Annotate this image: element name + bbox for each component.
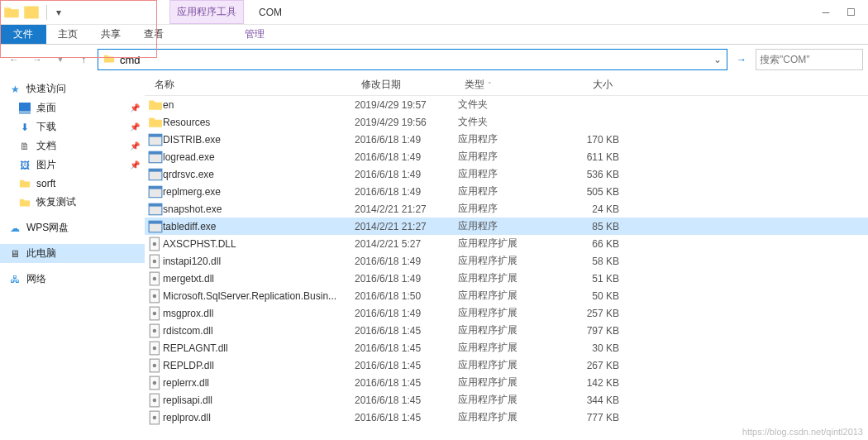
sidebar-recovery[interactable]: 恢复测试 (0, 193, 145, 212)
file-type: 应用程序扩展 (458, 254, 553, 268)
file-row[interactable]: AXSCPHST.DLL2014/2/21 5:27应用程序扩展66 KB (145, 235, 868, 252)
svg-rect-10 (149, 186, 162, 189)
file-row[interactable]: logread.exe2016/6/18 1:49应用程序611 KB (145, 148, 868, 165)
pin-icon: 📌 (130, 103, 140, 112)
share-tab[interactable]: 共享 (89, 25, 132, 44)
col-name[interactable]: 名称 (148, 78, 355, 92)
file-row[interactable]: replmerg.exe2016/6/18 1:49应用程序505 KB (145, 183, 868, 200)
file-row[interactable]: rdistcom.dll2016/6/18 1:45应用程序扩展797 KB (145, 322, 868, 339)
view-tab[interactable]: 查看 (132, 25, 175, 44)
download-icon: ⬇ (18, 121, 31, 134)
file-row[interactable]: replerrx.dll2016/6/18 1:45应用程序扩展142 KB (145, 374, 868, 391)
file-row[interactable]: instapi120.dll2016/6/18 1:49应用程序扩展58 KB (145, 252, 868, 270)
file-row[interactable]: DISTRIB.exe2016/6/18 1:49应用程序170 KB (145, 131, 868, 148)
file-size: 257 KB (553, 308, 619, 319)
ribbon-tools-tab[interactable]: 应用程序工具 (169, 0, 244, 24)
address-dropdown-icon[interactable]: ⌄ (713, 54, 722, 65)
app-icon (23, 4, 40, 21)
file-name: qrdrsvc.exe (163, 169, 355, 180)
dll-icon (148, 323, 163, 338)
back-button[interactable]: ← (5, 50, 23, 69)
file-name: mergetxt.dll (163, 273, 355, 285)
file-type: 应用程序 (458, 167, 553, 181)
file-row[interactable]: qrdrsvc.exe2016/6/18 1:49应用程序536 KB (145, 165, 868, 183)
up-button[interactable]: ↑ (74, 50, 93, 69)
dll-icon (148, 410, 163, 425)
file-date: 2016/6/18 1:49 (355, 186, 458, 198)
svg-rect-12 (149, 203, 162, 206)
file-size: 505 KB (553, 186, 619, 198)
file-type: 文件夹 (458, 115, 553, 129)
file-date: 2019/4/29 19:57 (355, 99, 458, 111)
file-row[interactable]: Microsoft.SqlServer.Replication.Busin...… (145, 287, 868, 304)
home-tab[interactable]: 主页 (46, 25, 89, 44)
file-size: 344 KB (553, 395, 619, 406)
svg-point-24 (153, 311, 157, 315)
file-row[interactable]: Resources2019/4/29 19:56文件夹 (145, 113, 868, 131)
col-type[interactable]: 类型˄ (458, 78, 553, 92)
file-size: 66 KB (553, 238, 619, 250)
file-row[interactable]: snapshot.exe2014/2/21 21:27应用程序24 KB (145, 200, 868, 218)
file-row[interactable]: REPLDP.dll2016/6/18 1:45应用程序扩展267 KB (145, 356, 868, 374)
file-date: 2014/2/21 21:27 (355, 221, 458, 232)
file-size: 611 KB (553, 151, 619, 163)
file-tab[interactable]: 文件 (0, 25, 46, 44)
sidebar-sorft[interactable]: sorft (0, 175, 145, 193)
file-date: 2016/6/18 1:49 (355, 256, 458, 267)
file-row[interactable]: replisapi.dll2016/6/18 1:45应用程序扩展344 KB (145, 391, 868, 409)
dll-icon (148, 341, 163, 356)
file-type: 应用程序扩展 (458, 323, 553, 337)
sidebar-downloads[interactable]: ⬇ 下载📌 (0, 117, 145, 136)
search-box[interactable]: 搜索"COM" (756, 49, 863, 70)
exe-icon (148, 219, 163, 234)
file-type: 应用程序扩展 (458, 271, 553, 285)
file-name: tablediff.exe (163, 221, 355, 232)
sidebar-quick-access[interactable]: ★ 快速访问 (0, 79, 145, 98)
file-name: en (163, 99, 355, 111)
file-name: replisapi.dll (163, 395, 355, 406)
file-row[interactable]: msgprox.dll2016/6/18 1:49应用程序扩展257 KB (145, 304, 868, 322)
dll-icon (148, 254, 163, 269)
pin-icon: 📌 (130, 122, 140, 132)
dropdown-icon[interactable]: ▾ (50, 4, 67, 21)
sidebar-documents[interactable]: 🗎 文档📌 (0, 136, 145, 155)
svg-rect-4 (149, 134, 162, 136)
sidebar-network[interactable]: 🖧 网络 (0, 270, 145, 289)
maximize-button[interactable]: ☐ (838, 3, 863, 22)
file-size: 170 KB (553, 134, 619, 146)
forward-button[interactable]: → (28, 50, 46, 69)
dll-icon (148, 393, 163, 408)
col-size[interactable]: 大小 (553, 78, 619, 92)
svg-point-18 (153, 259, 157, 263)
file-size: 30 KB (553, 342, 619, 354)
sidebar-desktop[interactable]: 桌面📌 (0, 98, 145, 117)
svg-point-20 (153, 276, 157, 280)
file-date: 2016/6/18 1:45 (355, 377, 458, 389)
sidebar-pictures[interactable]: 🖼 图片📌 (0, 155, 145, 175)
svg-point-28 (153, 346, 157, 350)
sidebar-this-pc[interactable]: 🖥 此电脑 (0, 244, 145, 263)
recent-dropdown[interactable]: ▼ (51, 50, 69, 69)
file-size: 797 KB (553, 325, 619, 337)
file-type: 应用程序 (458, 150, 553, 164)
file-row[interactable]: tablediff.exe2014/2/21 21:27应用程序85 KB (145, 218, 868, 235)
column-headers: 名称 修改日期 类型˄ 大小 (145, 74, 868, 96)
file-type: 应用程序扩展 (458, 393, 553, 407)
file-row[interactable]: replprov.dll2016/6/18 1:45应用程序扩展777 KB (145, 409, 868, 426)
file-row[interactable]: mergetxt.dll2016/6/18 1:49应用程序扩展51 KB (145, 270, 868, 287)
file-size: 58 KB (553, 256, 619, 267)
minimize-button[interactable]: ─ (813, 3, 838, 22)
address-input-wrap[interactable]: ⌄ (98, 49, 727, 70)
file-name: Microsoft.SqlServer.Replication.Busin... (163, 290, 355, 302)
file-date: 2016/6/18 1:49 (355, 134, 458, 146)
address-input[interactable] (120, 54, 708, 66)
sidebar-wps[interactable]: ☁ WPS网盘 (0, 218, 145, 237)
file-row[interactable]: en2019/4/29 19:57文件夹 (145, 96, 868, 113)
go-button[interactable]: → (732, 50, 751, 69)
manage-tab[interactable]: 管理 (233, 25, 276, 44)
pin-icon: 📌 (130, 160, 140, 170)
file-row[interactable]: REPLAGNT.dll2016/6/18 1:45应用程序扩展30 KB (145, 339, 868, 356)
col-date[interactable]: 修改日期 (355, 78, 458, 92)
file-date: 2014/2/21 5:27 (355, 238, 458, 250)
svg-point-32 (153, 380, 157, 385)
